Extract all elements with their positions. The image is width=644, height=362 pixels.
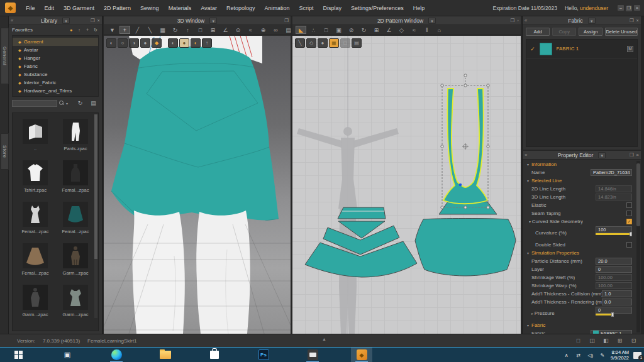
section-information[interactable]: ▾Information — [523, 160, 636, 168]
garment-thick-icon[interactable]: ◐ — [106, 38, 116, 48]
collapse-panel-icon[interactable]: « — [11, 18, 13, 23]
favorite-hanger[interactable]: Hanger — [13, 54, 98, 62]
list-item[interactable]: Femal...zpac — [15, 202, 55, 234]
menu-item-1[interactable]: Edit — [45, 5, 55, 11]
seam-taping-checkbox[interactable] — [626, 211, 632, 216]
list-item[interactable]: Tshirt.zpac — [15, 160, 55, 193]
fabric-dropdown-icon[interactable]: ▾ — [588, 18, 596, 24]
list-item[interactable]: Garm...zpac — [15, 285, 55, 317]
thickness-rendering-input[interactable]: 0.0 — [602, 299, 632, 305]
tab-store[interactable]: Store — [1, 133, 9, 170]
rectangle-tool-icon[interactable]: ▣ — [333, 26, 344, 34]
section-simulation[interactable]: ▾Simulation Properties — [523, 249, 636, 257]
sync-icon[interactable]: ↻ — [92, 27, 99, 33]
marvelous-designer-app-icon[interactable]: ◆ — [351, 348, 372, 362]
prop-float-icon[interactable]: ❐ — [630, 152, 634, 158]
menu-item-10[interactable]: Display — [323, 5, 342, 11]
notch-tool-icon[interactable]: ⊘ — [346, 26, 357, 34]
menu-item-4[interactable]: Sewing — [140, 5, 159, 11]
list-item[interactable]: Pants.zpac — [55, 119, 96, 151]
fabric-float-icon[interactable]: ❐ — [630, 18, 634, 23]
screen-app-icon[interactable] — [302, 348, 323, 362]
menu-item-11[interactable]: Settings/Preferences — [351, 5, 404, 11]
list-item[interactable]: Garm...zpac — [55, 243, 96, 276]
edit-pattern-icon[interactable]: ∴ — [308, 26, 319, 34]
flatten-tool-icon[interactable]: □ — [195, 26, 206, 34]
float-panel-icon[interactable]: ❐ — [91, 18, 95, 23]
delete-unused-button[interactable]: Delete Unused — [605, 28, 638, 36]
2d-maximize-icon[interactable]: ❐ — [511, 18, 515, 23]
shrinkage-warp-input[interactable]: 100.00 — [596, 282, 632, 289]
rotate-tool-icon[interactable]: ↻ — [170, 26, 180, 34]
photoshop-app-icon[interactable]: Ps — [253, 348, 274, 362]
notification-center-icon[interactable]: 1 — [633, 352, 641, 359]
menu-item-3[interactable]: 2D Pattern — [104, 5, 131, 11]
selected-point[interactable] — [459, 184, 462, 186]
fabric-row[interactable]: ✓ FABRIC 1 M — [526, 40, 637, 58]
file-explorer-icon[interactable] — [155, 348, 176, 362]
minimize-button[interactable]: – — [618, 5, 624, 11]
garment-white-icon[interactable]: ○ — [118, 38, 128, 48]
search-icon[interactable] — [59, 101, 64, 106]
measure-tool-icon[interactable]: ∠ — [220, 26, 231, 34]
start-button[interactable] — [8, 348, 29, 362]
pen-3d-icon[interactable]: ╱ — [132, 26, 143, 34]
task-view-button[interactable]: ▣ — [57, 348, 78, 362]
seam-tool-icon[interactable]: ≈ — [409, 26, 419, 34]
layout-mix-icon[interactable]: ◧ — [601, 337, 611, 345]
menu-item-5[interactable]: Materials — [169, 5, 192, 11]
collapse-fabric-icon[interactable]: « — [525, 18, 527, 23]
close-panel-icon[interactable]: × — [97, 18, 100, 23]
close-button[interactable]: × — [634, 5, 640, 11]
grid-arrange-icon[interactable]: ⊞ — [208, 26, 218, 34]
add-button[interactable]: Add — [526, 28, 550, 36]
move-avatar-icon[interactable]: ↑ — [182, 26, 193, 34]
back-skirt-patterns[interactable] — [415, 202, 516, 276]
3d-maximize-icon[interactable]: ❐ — [284, 18, 289, 23]
fabric-close-icon[interactable]: × — [636, 18, 639, 23]
assign-button[interactable]: Assign — [579, 28, 602, 36]
add-favorite-icon[interactable]: + — [84, 27, 91, 33]
garment-skirt-3d[interactable] — [111, 47, 279, 220]
fold-tool-icon[interactable]: ↻ — [358, 26, 369, 34]
curvature-input[interactable]: 100 — [596, 226, 632, 233]
pin-tool-icon[interactable]: ╲ — [145, 26, 155, 34]
snapshot-icon[interactable]: ⊡ — [628, 337, 639, 345]
fabric-check-icon[interactable]: ✓ — [530, 46, 535, 52]
pen-icon[interactable]: ✎ — [599, 351, 606, 359]
print-layout-icon[interactable]: ▤ — [352, 38, 362, 48]
button-tool-icon[interactable]: ⊕ — [258, 26, 269, 34]
layout-quad-icon[interactable]: ⊞ — [614, 337, 625, 345]
property-scrollbar[interactable] — [636, 161, 640, 332]
layout-single-icon[interactable]: □ — [573, 337, 584, 345]
favorite-avatar[interactable]: Avatar — [13, 46, 98, 54]
mesh-select-icon[interactable]: ▦ — [157, 26, 168, 34]
particle-distance-input[interactable]: 20.0 — [596, 258, 632, 265]
tray-chevron-icon[interactable]: ∧ — [563, 351, 570, 359]
2d-pin-icon[interactable]: ◦ — [517, 18, 519, 23]
network-icon[interactable]: ⇄ — [575, 351, 582, 359]
steam-tool-icon[interactable]: ≈ — [245, 26, 256, 34]
tack-tool-icon[interactable]: ⊙ — [233, 26, 243, 34]
elastic-checkbox[interactable] — [626, 202, 632, 208]
select-move-icon[interactable]: + — [119, 26, 130, 34]
show-garment-icon[interactable]: ◐ — [168, 38, 178, 48]
fabric-m-badge[interactable]: M — [627, 46, 633, 52]
texture-dark-icon[interactable]: ● — [318, 38, 328, 48]
name-input[interactable]: Pattern2D_71634 — [591, 169, 632, 176]
copy-button[interactable]: Copy — [552, 28, 576, 36]
edit-texture-icon[interactable]: ╲ — [295, 38, 305, 48]
collapse-prop-icon[interactable]: « — [525, 152, 527, 158]
3d-window-dropdown-icon[interactable]: ▾ — [209, 18, 217, 24]
show-avatar-icon[interactable]: ● — [179, 38, 189, 48]
garment-view-icon[interactable]: ⌂ — [434, 26, 445, 34]
search-input[interactable] — [12, 100, 57, 107]
fabric-swatch[interactable] — [540, 43, 552, 55]
favorite-garment[interactable]: Garment — [13, 38, 98, 46]
garment-dark-icon[interactable]: ● — [140, 38, 150, 48]
shrinkage-weft-input[interactable]: 100.00 — [596, 274, 632, 281]
dart-tool-icon[interactable]: ◇ — [396, 26, 407, 34]
garment-mesh-icon[interactable]: ◑ — [129, 38, 139, 48]
favorite-interior-fabric[interactable]: Interior_Fabric — [13, 79, 98, 87]
prop-close-icon[interactable]: × — [636, 152, 639, 158]
